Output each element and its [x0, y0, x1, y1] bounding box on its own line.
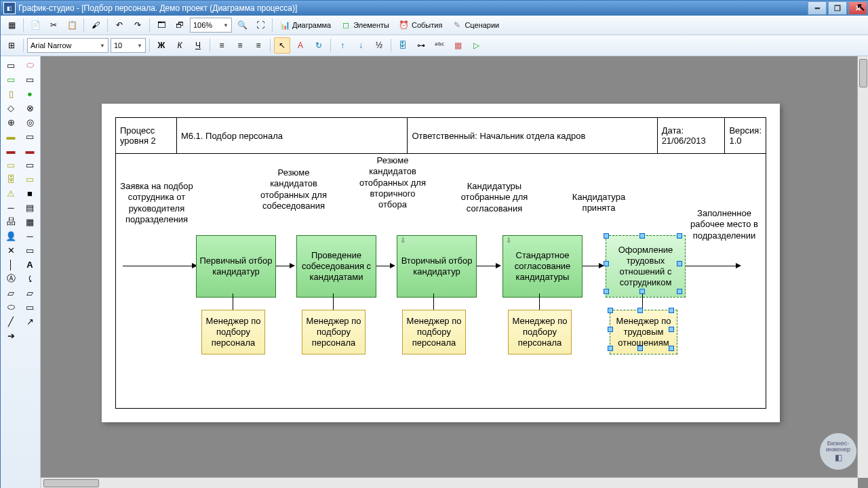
shape-arrow-icon[interactable]: ↗ — [24, 315, 36, 327]
pointer-tool[interactable]: ↖ — [274, 37, 290, 54]
link-icon[interactable]: ⊶ — [413, 37, 429, 54]
role-box-1[interactable]: Менеджер по подбору персонала — [201, 310, 265, 354]
shape-vline-icon[interactable]: │ — [5, 258, 17, 270]
resize-handle[interactable] — [677, 233, 682, 239]
resize-handle[interactable] — [677, 289, 682, 294]
font-select[interactable]: Arial Narrow▼ — [27, 38, 108, 53]
copy-icon[interactable]: 📄 — [27, 17, 43, 33]
close-button[interactable]: ✕↖ — [848, 1, 867, 15]
shape-diamond-icon[interactable]: ◇ — [5, 102, 17, 114]
resize-handle[interactable] — [669, 327, 674, 332]
shape-text-icon[interactable]: A — [24, 258, 36, 270]
shape-rect-red-icon[interactable]: ▬ — [5, 144, 17, 157]
shape-warn-icon[interactable]: ⚠ — [5, 187, 17, 199]
process-box-4[interactable]: Стандартное согласование кандидатуры — [502, 235, 583, 298]
shape-rect5-icon[interactable]: ▭ — [24, 301, 36, 313]
resize-handle[interactable] — [669, 308, 674, 313]
underline-button[interactable]: Ч — [190, 37, 206, 54]
spellcheck-icon[interactable]: ᵃᵇᶜ — [431, 37, 448, 54]
table-icon[interactable]: ▦ — [450, 37, 466, 54]
resize-handle[interactable] — [604, 233, 609, 239]
shape-oval-icon[interactable]: ⬭ — [24, 59, 36, 71]
vertical-scrollbar[interactable] — [857, 56, 868, 478]
resize-handle[interactable] — [639, 233, 645, 239]
shape-rect-y2-icon[interactable]: ▭ — [5, 159, 17, 171]
shape-db-icon[interactable]: 🗄 — [5, 173, 17, 185]
tool-b-icon[interactable]: 🗗 — [172, 17, 188, 33]
shape-circle-o-icon[interactable]: ◎ — [24, 116, 36, 128]
shape-rect-green-icon[interactable]: ▭ — [5, 73, 17, 85]
diagram-paper[interactable]: Процесс уровня 2 М6.1. Подбор персонала … — [102, 104, 780, 422]
shape-rarrow-icon[interactable]: ➔ — [5, 329, 17, 342]
shape-rect-out3-icon[interactable]: ▭ — [24, 159, 36, 171]
shape-out4-icon[interactable]: ▭ — [24, 244, 36, 256]
tool-a-icon[interactable]: 🗔 — [153, 17, 170, 33]
menu-scenarios[interactable]: ✎Сценарии — [448, 18, 503, 33]
process-box-3[interactable]: Вторичный отбор кандидатур — [397, 235, 477, 298]
shape-rect-y3-icon[interactable]: ▭ — [24, 173, 36, 185]
shape-rect-out2-icon[interactable]: ▭ — [24, 130, 36, 142]
shape-line-icon[interactable]: ─ — [5, 201, 17, 214]
shape-grid-icon[interactable]: ▦ — [24, 216, 36, 228]
resize-handle[interactable] — [608, 308, 613, 313]
italic-button[interactable]: К — [172, 37, 188, 54]
bold-button[interactable]: Ж — [153, 37, 170, 54]
shape-textbox-icon[interactable]: Ⓐ — [5, 272, 17, 285]
font-size-select[interactable]: 10▼ — [111, 38, 146, 53]
text-color-icon[interactable]: A — [292, 37, 309, 54]
resize-handle[interactable] — [637, 308, 643, 313]
shape-curve-icon[interactable]: ⤹ — [24, 272, 36, 285]
resize-handle[interactable] — [604, 261, 609, 266]
align-center-icon[interactable]: ≡ — [232, 37, 248, 54]
shape-black-icon[interactable]: ■ — [24, 187, 36, 199]
shape-para2-icon[interactable]: ▱ — [24, 287, 36, 299]
resize-handle[interactable] — [677, 261, 682, 266]
shape-ellipse2-icon[interactable]: ⬭ — [5, 301, 17, 313]
resize-handle[interactable] — [608, 346, 613, 351]
resize-handle[interactable] — [669, 346, 674, 351]
shape-line3-icon[interactable]: ╱ — [5, 315, 17, 327]
process-box-5[interactable]: Оформление трудовых отношений с сотрудни… — [606, 235, 686, 298]
menu-events[interactable]: ⏰События — [395, 18, 446, 33]
paste-icon[interactable]: 📋 — [64, 17, 80, 33]
align-right-icon[interactable]: ≡ — [250, 37, 267, 54]
process-box-1[interactable]: Первичный отбор кандидатур — [196, 235, 276, 298]
zoom-in-icon[interactable]: 🔍 — [234, 17, 250, 33]
shape-cyl-icon[interactable]: ▯ — [5, 87, 17, 100]
db-icon[interactable]: 🗄 — [395, 37, 411, 54]
shape-rect-yellow-icon[interactable]: ▬ — [5, 130, 17, 142]
canvas-scroll[interactable]: Процесс уровня 2 М6.1. Подбор персонала … — [41, 56, 868, 488]
shape-line2-icon[interactable]: ─ — [24, 230, 36, 242]
role-box-4[interactable]: Менеджер по подбору персонала — [508, 310, 572, 354]
shape-circle-x-icon[interactable]: ⊗ — [24, 102, 36, 114]
shape-person-icon[interactable]: 👤 — [5, 230, 17, 242]
shape-doc-icon[interactable]: ▤ — [24, 201, 36, 214]
shape-circle-green-icon[interactable]: ● — [24, 87, 36, 100]
tool-layout-icon[interactable]: ⊞ — [3, 37, 20, 54]
brush-icon[interactable]: 🖌 — [87, 17, 104, 33]
cut-icon[interactable]: ✂ — [45, 17, 62, 33]
arrow-down-icon[interactable]: ↓ — [353, 37, 369, 54]
redo-icon[interactable]: ↷ — [130, 17, 146, 33]
run-icon[interactable]: ▷ — [468, 37, 484, 54]
shape-tree-icon[interactable]: 品 — [5, 216, 17, 228]
shape-circle-plus-icon[interactable]: ⊕ — [5, 116, 17, 128]
align-left-icon[interactable]: ≡ — [214, 37, 230, 54]
minimize-button[interactable]: ━ — [808, 1, 827, 15]
refresh-icon[interactable]: ↻ — [311, 37, 327, 54]
role-box-2[interactable]: Менеджер по подбору персонала — [302, 310, 366, 354]
horizontal-scrollbar[interactable] — [41, 477, 858, 488]
resize-handle[interactable] — [608, 327, 613, 332]
menu-diagram[interactable]: 📊Диаграмма — [276, 18, 335, 33]
shape-cross-icon[interactable]: ✕ — [5, 244, 17, 256]
undo-icon[interactable]: ↶ — [111, 17, 127, 33]
menu-elements[interactable]: ◻Элементы — [337, 18, 393, 33]
shape-para-icon[interactable]: ▱ — [5, 287, 17, 299]
shape-note-icon[interactable]: ▭ — [5, 59, 17, 71]
resize-handle[interactable] — [637, 346, 643, 351]
zoom-select[interactable]: 106%▼ — [190, 18, 232, 33]
arrow-up-icon[interactable]: ↑ — [334, 37, 351, 54]
process-box-2[interactable]: Проведение собеседования с кандидатами — [296, 235, 376, 298]
tool-grid-icon[interactable]: ▦ — [3, 17, 20, 33]
role-box-3[interactable]: Менеджер по подбору персонала — [402, 310, 466, 354]
